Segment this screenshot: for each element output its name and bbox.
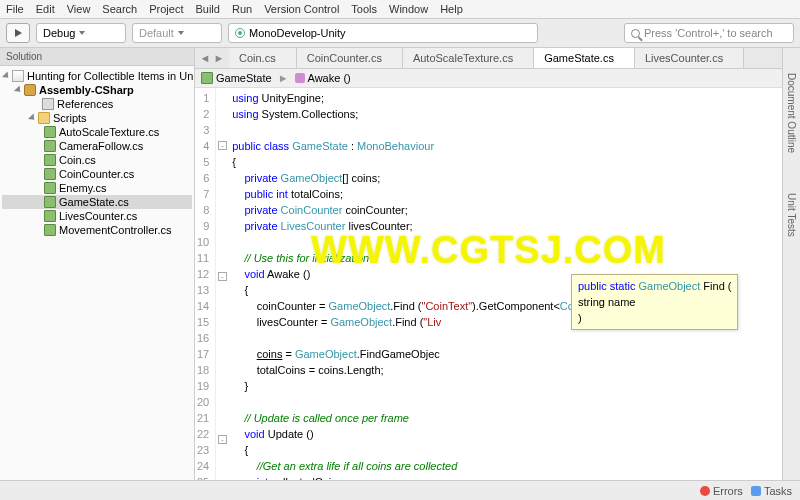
doc-outline-tab[interactable]: Document Outline xyxy=(783,68,800,158)
scripts-folder[interactable]: Scripts xyxy=(2,111,192,125)
file-LivesCounter-cs[interactable]: LivesCounter.cs xyxy=(2,209,192,223)
toolbar: Debug Default MonoDevelop-Unity Press 'C… xyxy=(0,19,800,48)
method-icon xyxy=(295,73,305,83)
file-GameState-cs[interactable]: GameState.cs xyxy=(2,195,192,209)
target-dropdown[interactable]: MonoDevelop-Unity xyxy=(228,23,538,43)
cs-file-icon xyxy=(44,154,56,166)
menu-file[interactable]: File xyxy=(6,3,24,15)
file-CoinCounter-cs[interactable]: CoinCounter.cs xyxy=(2,167,192,181)
tab-bar: ◄► Coin.csCoinCounter.csAutoScaleTexture… xyxy=(195,48,782,69)
config-dropdown[interactable]: Debug xyxy=(36,23,126,43)
chevron-down-icon xyxy=(178,31,184,35)
tab-AutoScaleTexture-cs[interactable]: AutoScaleTexture.cs xyxy=(403,48,534,68)
search-icon xyxy=(631,29,640,38)
nav-back[interactable]: ◄ xyxy=(199,52,211,64)
menu-bar: FileEditViewSearchProjectBuildRunVersion… xyxy=(0,0,800,19)
solution-tree[interactable]: Hunting for Collectible Items in UnityAs… xyxy=(0,66,194,482)
menu-project[interactable]: Project xyxy=(149,3,183,15)
file-MovementController-cs[interactable]: MovementController.cs xyxy=(2,223,192,237)
search-input[interactable]: Press 'Control+,' to search xyxy=(624,23,794,43)
cs-file-icon xyxy=(44,126,56,138)
solution-header: Solution xyxy=(0,48,194,66)
error-icon xyxy=(700,486,710,496)
tab-GameState-cs[interactable]: GameState.cs xyxy=(534,48,635,68)
code-editor[interactable]: 1234567891011121314151617181920212223242… xyxy=(195,88,782,482)
menu-run[interactable]: Run xyxy=(232,3,252,15)
menu-search[interactable]: Search xyxy=(102,3,137,15)
nav-fwd[interactable]: ► xyxy=(213,52,225,64)
editor-area: ◄► Coin.csCoinCounter.csAutoScaleTexture… xyxy=(195,48,782,482)
menu-window[interactable]: Window xyxy=(389,3,428,15)
status-bar: Errors Tasks xyxy=(0,480,800,500)
bc-method[interactable]: Awake () xyxy=(295,72,351,84)
menu-build[interactable]: Build xyxy=(195,3,219,15)
menu-version-control[interactable]: Version Control xyxy=(264,3,339,15)
run-button[interactable] xyxy=(6,23,30,43)
file-Coin-cs[interactable]: Coin.cs xyxy=(2,153,192,167)
tab-LivesCounter-cs[interactable]: LivesCounter.cs xyxy=(635,48,744,68)
default-dropdown[interactable]: Default xyxy=(132,23,222,43)
project-node[interactable]: Assembly-CSharp xyxy=(2,83,192,97)
menu-view[interactable]: View xyxy=(67,3,91,15)
references-node[interactable]: References xyxy=(2,97,192,111)
menu-tools[interactable]: Tools xyxy=(351,3,377,15)
cs-file-icon xyxy=(44,196,56,208)
unit-tests-tab[interactable]: Unit Tests xyxy=(783,188,800,242)
file-AutoScaleTexture-cs[interactable]: AutoScaleTexture.cs xyxy=(2,125,192,139)
side-tabs: Document Outline Unit Tests xyxy=(782,48,800,482)
errors-button[interactable]: Errors xyxy=(700,485,743,497)
file-Enemy-cs[interactable]: Enemy.cs xyxy=(2,181,192,195)
menu-edit[interactable]: Edit xyxy=(36,3,55,15)
cs-file-icon xyxy=(44,168,56,180)
class-icon xyxy=(201,72,213,84)
solution-panel: Solution Hunting for Collectible Items i… xyxy=(0,48,195,482)
cs-file-icon xyxy=(44,140,56,152)
tasks-button[interactable]: Tasks xyxy=(751,485,792,497)
cs-file-icon xyxy=(44,182,56,194)
solution-root[interactable]: Hunting for Collectible Items in Unity xyxy=(2,69,192,83)
bc-class[interactable]: GameState xyxy=(201,72,272,84)
chevron-down-icon xyxy=(79,31,85,35)
tab-CoinCounter-cs[interactable]: CoinCounter.cs xyxy=(297,48,403,68)
task-icon xyxy=(751,486,761,496)
target-icon xyxy=(235,28,245,38)
intellisense-tooltip: public static GameObject Find ( string n… xyxy=(571,274,738,330)
menu-help[interactable]: Help xyxy=(440,3,463,15)
cs-file-icon xyxy=(44,224,56,236)
file-CameraFollow-cs[interactable]: CameraFollow.cs xyxy=(2,139,192,153)
breadcrumb: GameState ► Awake () xyxy=(195,69,782,88)
tab-Coin-cs[interactable]: Coin.cs xyxy=(229,48,297,68)
cs-file-icon xyxy=(44,210,56,222)
